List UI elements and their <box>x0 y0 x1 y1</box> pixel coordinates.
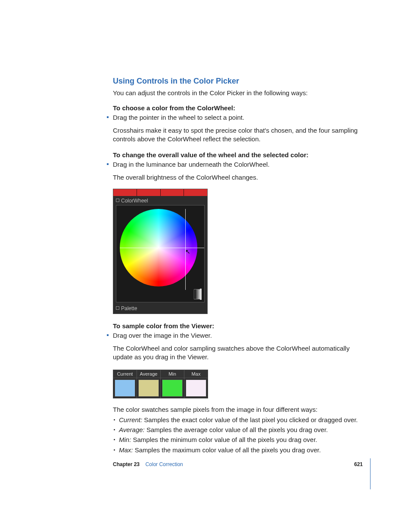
square-bullet-icon <box>107 334 109 336</box>
bullet-text: Drag over the image in the Viewer. <box>113 332 212 339</box>
swatch-strip: Current Average Min Max <box>113 370 208 398</box>
crosshair-horizontal <box>120 248 204 248</box>
definition-item: Min: Samples the minimum color value of … <box>113 436 363 444</box>
panel-footer-label: Palette <box>113 305 207 313</box>
page-number: 621 <box>354 461 363 468</box>
swatch-label: Average <box>137 370 160 378</box>
square-bullet-icon <box>107 163 109 165</box>
definition-term: Average: <box>119 426 145 433</box>
swatch-tab-bar <box>113 189 207 196</box>
definition-term: Min: <box>119 436 131 443</box>
bullet-item: Drag in the luminance bar underneath the… <box>113 160 363 169</box>
followup-paragraph: Crosshairs make it easy to spot the prec… <box>113 126 363 144</box>
square-bullet-icon <box>107 116 109 118</box>
colorwheel-panel: ColorWheel ↖ Palette <box>113 189 208 314</box>
definition-desc: Samples the minimum color value of all t… <box>131 436 317 443</box>
definition-term: Current: <box>119 416 142 423</box>
swatch-min <box>162 380 183 397</box>
dot-bullet-icon <box>114 449 115 451</box>
chapter-label: Chapter 23 <box>113 461 140 467</box>
swatch-intro: The color swatches sample pixels from th… <box>113 405 363 414</box>
swatch-current <box>115 380 135 397</box>
footer-divider <box>370 458 371 489</box>
dot-bullet-icon <box>114 419 115 420</box>
definition-desc: Samples the exact color value of the las… <box>142 416 358 423</box>
definition-desc: Samples the average color value of all t… <box>145 426 328 433</box>
subhead-sample-color: To sample color from the Viewer: <box>113 322 363 330</box>
page-footer: Chapter 23 Color Correction 621 <box>113 461 363 468</box>
swatch-label: Min <box>161 370 184 378</box>
swatch-label: Current <box>113 370 137 378</box>
chapter-title: Color Correction <box>145 461 183 467</box>
definition-desc: Samples the maximum color value of all t… <box>133 446 321 454</box>
definition-item: Max: Samples the maximum color value of … <box>113 446 363 454</box>
definition-item: Current: Samples the exact color value o… <box>113 416 363 424</box>
subhead-choose-color: To choose a color from the ColorWheel: <box>113 104 363 112</box>
colorwheel-area[interactable]: ↖ <box>116 205 205 302</box>
definition-term: Max: <box>119 446 133 454</box>
subhead-change-value: To change the overall value of the wheel… <box>113 151 363 159</box>
definition-list: Current: Samples the exact color value o… <box>113 416 363 454</box>
section-heading: Using Controls in the Color Picker <box>113 76 363 86</box>
bullet-text: Drag in the luminance bar underneath the… <box>113 161 270 168</box>
luminance-bar[interactable] <box>194 289 202 299</box>
intro-paragraph: You can adjust the controls in the Color… <box>113 89 363 97</box>
swatch-column: Max <box>184 370 208 398</box>
bullet-item: Drag over the image in the Viewer. <box>113 331 363 340</box>
swatch-column: Current <box>113 370 137 398</box>
bullet-text: Drag the pointer in the wheel to select … <box>113 114 244 121</box>
luminance-knob[interactable] <box>200 289 202 300</box>
swatch-column: Average <box>137 370 161 398</box>
panel-title: ColorWheel <box>113 196 207 205</box>
swatch-label: Max <box>184 370 208 378</box>
dot-bullet-icon <box>114 439 115 440</box>
crosshair-vertical <box>185 209 186 290</box>
dot-bullet-icon <box>114 429 115 430</box>
bullet-item: Drag the pointer in the wheel to select … <box>113 113 363 122</box>
followup-paragraph: The overall brightness of the ColorWheel… <box>113 173 363 182</box>
swatch-average <box>138 380 159 397</box>
definition-item: Average: Samples the average color value… <box>113 426 363 434</box>
followup-paragraph: The ColorWheel and color sampling swatch… <box>113 344 363 362</box>
swatch-max <box>186 380 206 397</box>
swatch-column: Min <box>161 370 184 398</box>
